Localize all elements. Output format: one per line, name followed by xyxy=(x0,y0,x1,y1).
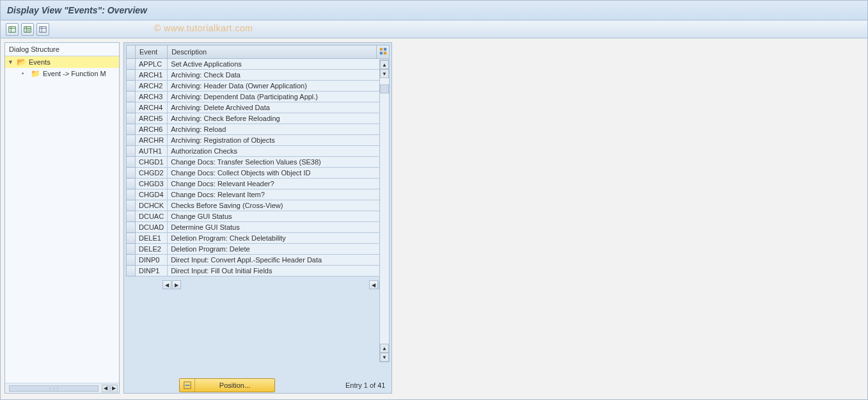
table-row[interactable]: AUTH1Authorization Checks xyxy=(127,146,390,157)
vscroll-track[interactable] xyxy=(380,78,389,344)
hscroll-right[interactable]: ▶ xyxy=(110,385,118,392)
row-selector[interactable] xyxy=(127,222,136,233)
table-row[interactable]: ARCH6Archiving: Reload xyxy=(127,124,390,135)
hscroll-left[interactable]: ◀ xyxy=(102,385,109,392)
cell-event: CHGD3 xyxy=(136,179,168,189)
cell-description: Archiving: Delete Archived Data xyxy=(168,102,390,113)
row-selector[interactable] xyxy=(127,157,136,168)
table-row[interactable]: CHGD1Change Docs: Transfer Selection Val… xyxy=(127,157,390,168)
col-select-all[interactable] xyxy=(127,45,136,59)
cell-description: Direct Input: Convert Appl.-Specific Hea… xyxy=(168,255,390,266)
workarea: Dialog Structure ▼ 📂 Events • 📁 Event ->… xyxy=(1,38,867,397)
cell-description: Change GUI Status xyxy=(168,211,390,222)
row-selector[interactable] xyxy=(127,81,136,92)
vscroll-up-2[interactable]: ▼ xyxy=(380,69,389,78)
row-selector[interactable] xyxy=(127,59,136,70)
row-selector[interactable] xyxy=(127,113,136,124)
row-selector[interactable] xyxy=(127,70,136,81)
cell-event: ARCH1 xyxy=(136,70,168,81)
hscroll-desc-left[interactable]: ◀ xyxy=(162,280,171,289)
col-event-header[interactable]: Event xyxy=(136,45,168,59)
row-selector[interactable] xyxy=(127,124,136,135)
hscroll-thumb[interactable]: ⋮⋮⋮ xyxy=(9,385,99,392)
table-row[interactable]: DELE2Deletion Program: Delete xyxy=(127,244,390,255)
titlebar: Display View "Events": Overview xyxy=(1,1,867,20)
row-selector[interactable] xyxy=(127,179,136,189)
row-selector[interactable] xyxy=(127,200,136,211)
table-row[interactable]: DCUACChange GUI Status xyxy=(127,211,390,222)
table-row[interactable]: CHGD2Change Docs: Collect Objects with O… xyxy=(127,168,390,179)
vscroll-down-1[interactable]: ▲ xyxy=(380,344,389,353)
cell-description: Change Docs: Transfer Selection Values (… xyxy=(168,157,390,168)
toolbar-btn-3[interactable] xyxy=(36,23,49,36)
entry-info: Entry 1 of 41 xyxy=(345,381,385,389)
tree-label-event-function: Event -> Function M xyxy=(43,70,106,77)
row-selector[interactable] xyxy=(127,255,136,266)
table-row[interactable]: CHGD3Change Docs: Relevant Header? xyxy=(127,179,390,189)
tree-item-events[interactable]: ▼ 📂 Events xyxy=(5,56,119,68)
table-icon xyxy=(8,25,17,34)
row-selector[interactable] xyxy=(127,92,136,102)
table-select-icon xyxy=(23,25,32,34)
tree-item-event-function[interactable]: • 📁 Event -> Function M xyxy=(5,68,119,79)
table-row[interactable]: APPLCSet Active Applications xyxy=(127,59,390,70)
row-selector[interactable] xyxy=(127,233,136,244)
row-selector[interactable] xyxy=(127,102,136,113)
row-selector[interactable] xyxy=(127,211,136,222)
table-row[interactable]: CHGD4Change Docs: Relevant Item? xyxy=(127,189,390,200)
row-selector[interactable] xyxy=(127,244,136,255)
page-title: Display View "Events": Overview xyxy=(7,5,147,15)
vscroll-up-1[interactable]: ▲ xyxy=(380,60,389,69)
row-selector[interactable] xyxy=(127,146,136,157)
cell-description: Set Active Applications xyxy=(168,59,390,70)
app-window: Display View "Events": Overview xyxy=(0,0,868,400)
table-row[interactable]: DELE1Deletion Program: Check Deletabilit… xyxy=(127,233,390,244)
table-row[interactable]: DCHCKChecks Before Saving (Cross-View) xyxy=(127,200,390,211)
tree-expand-icon[interactable]: ▼ xyxy=(8,59,14,65)
table-bottom: ◀ ▶ ◀ ▶ xyxy=(124,278,391,291)
table-wrap: Event Description APPLCSet Active Applic… xyxy=(124,43,391,278)
dialog-structure-header: Dialog Structure xyxy=(5,43,119,56)
cell-event: DINP0 xyxy=(136,255,168,266)
folder-open-icon: 📂 xyxy=(17,58,26,67)
hscroll-desc-right[interactable]: ▶ xyxy=(172,280,181,289)
position-icon xyxy=(180,379,195,392)
table-row[interactable]: ARCH4Archiving: Delete Archived Data xyxy=(127,102,390,113)
cell-event: DCHCK xyxy=(136,200,168,211)
table-row[interactable]: ARCH5Archiving: Check Before Reloading xyxy=(127,113,390,124)
cell-event: CHGD1 xyxy=(136,157,168,168)
cell-description: Checks Before Saving (Cross-View) xyxy=(168,200,390,211)
svg-rect-10 xyxy=(379,48,382,51)
table-row[interactable]: ARCH1Archiving: Check Data xyxy=(127,70,390,81)
cell-description: Change Docs: Relevant Item? xyxy=(168,189,390,200)
cell-event: ARCH6 xyxy=(136,124,168,135)
dialog-structure-panel: Dialog Structure ▼ 📂 Events • 📁 Event ->… xyxy=(4,42,120,394)
cell-description: Deletion Program: Check Deletability xyxy=(168,233,390,244)
svg-rect-13 xyxy=(383,52,386,54)
hscroll-table-left[interactable]: ◀ xyxy=(369,280,378,289)
row-selector[interactable] xyxy=(127,168,136,179)
position-button[interactable]: Position... xyxy=(179,378,275,392)
table-row[interactable]: DINP0Direct Input: Convert Appl.-Specifi… xyxy=(127,255,390,266)
svg-rect-12 xyxy=(379,52,382,54)
toolbar-btn-1[interactable] xyxy=(6,23,19,36)
vscroll-down-2[interactable]: ▼ xyxy=(380,353,389,362)
dialog-structure-hscroll: ⋮⋮⋮ ◀ ▶ xyxy=(5,383,119,393)
table-row[interactable]: DINP1Direct Input: Fill Out Initial Fiel… xyxy=(127,266,390,276)
table-row[interactable]: DCUADDetermine GUI Status xyxy=(127,222,390,233)
table-row[interactable]: ARCH2Archiving: Header Data (Owner Appli… xyxy=(127,81,390,92)
svg-rect-15 xyxy=(185,385,189,386)
col-description-header[interactable]: Description xyxy=(168,45,377,59)
vscroll-thumb[interactable] xyxy=(380,84,389,93)
toolbar-btn-2[interactable] xyxy=(21,23,34,36)
cell-event: CHGD4 xyxy=(136,189,168,200)
table-panel: Event Description APPLCSet Active Applic… xyxy=(123,42,392,394)
row-selector[interactable] xyxy=(127,189,136,200)
table-row[interactable]: ARCH3Archiving: Dependent Data (Particip… xyxy=(127,92,390,102)
cell-description: Archiving: Reload xyxy=(168,124,390,135)
row-selector[interactable] xyxy=(127,266,136,276)
row-selector[interactable] xyxy=(127,135,136,146)
col-config[interactable] xyxy=(377,45,390,59)
cell-event: ARCH3 xyxy=(136,92,168,102)
table-row[interactable]: ARCHRArchiving: Registration of Objects xyxy=(127,135,390,146)
